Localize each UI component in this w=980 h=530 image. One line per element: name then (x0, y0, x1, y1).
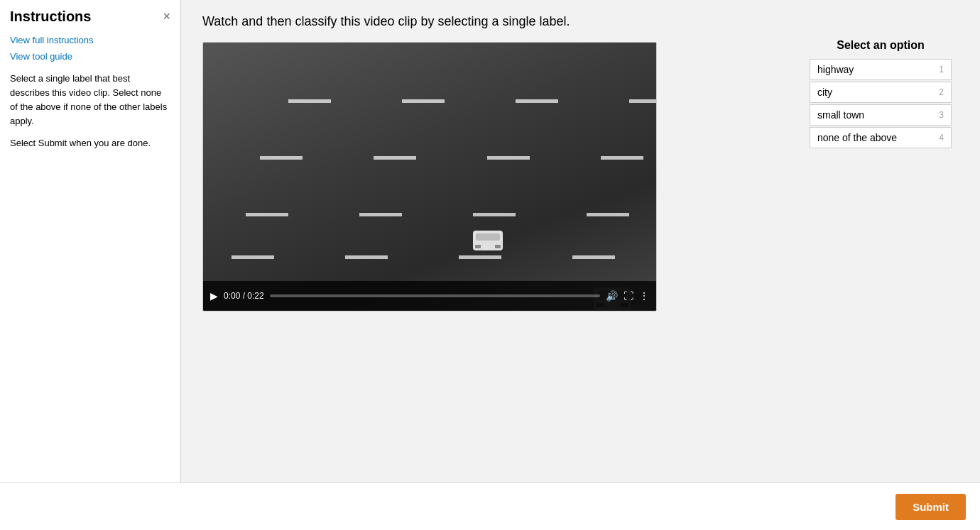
instruction-text-2: Select Submit when you are done. (10, 136, 170, 150)
close-icon[interactable]: × (163, 9, 170, 24)
road-marking (359, 213, 402, 216)
time-display: 0:00 / 0:22 (224, 291, 264, 301)
road-marking (374, 156, 416, 160)
option-item[interactable]: highway1 (810, 59, 952, 80)
option-label: small town (817, 109, 864, 121)
view-full-instructions-link[interactable]: View full instructions (10, 35, 170, 45)
option-item[interactable]: city2 (810, 82, 952, 103)
volume-icon[interactable]: 🔊 (606, 290, 618, 302)
video-placeholder (203, 43, 656, 311)
option-number: 4 (939, 133, 944, 143)
road-marking (260, 156, 303, 160)
road-marking (587, 213, 629, 216)
progress-bar[interactable] (270, 294, 600, 297)
road-marking (601, 156, 643, 160)
road-marking (629, 99, 657, 103)
option-label: highway (817, 64, 854, 75)
option-item[interactable]: small town3 (810, 104, 952, 126)
road-marking (473, 213, 516, 216)
options-title: Select an option (810, 39, 952, 52)
road-marking (232, 255, 274, 259)
fullscreen-icon[interactable]: ⛶ (624, 290, 633, 302)
sidebar-header: Instructions × (10, 9, 170, 25)
option-item[interactable]: none of the above4 (810, 127, 952, 148)
sidebar-instructions: Select a single label that best describe… (10, 72, 170, 150)
instruction-text-1: Select a single label that best describe… (10, 72, 170, 129)
option-number: 2 (939, 87, 944, 97)
more-icon[interactable]: ⋮ (639, 290, 649, 302)
play-icon[interactable]: ▶ (210, 290, 218, 302)
road-marking (288, 99, 331, 103)
road-marking (572, 255, 615, 259)
sidebar: Instructions × View full instructions Vi… (0, 0, 181, 482)
video-container[interactable]: ▶ 0:00 / 0:22 🔊 ⛶ ⋮ (202, 42, 657, 311)
road-marking (246, 213, 288, 216)
road-marking (459, 255, 501, 259)
option-label: none of the above (817, 132, 897, 143)
options-panel: Select an option highway1city2small town… (810, 39, 952, 150)
road-marking (516, 99, 558, 103)
view-tool-guide-link[interactable]: View tool guide (10, 51, 170, 62)
option-label: city (817, 87, 832, 98)
sidebar-title: Instructions (10, 9, 91, 25)
option-number: 1 (939, 65, 944, 74)
car-1 (473, 231, 503, 250)
option-number: 3 (939, 110, 944, 120)
road-marking (487, 156, 530, 160)
submit-button[interactable]: Submit (895, 494, 966, 520)
road-marking (345, 255, 388, 259)
footer: Submit (0, 482, 980, 530)
main-title: Watch and then classify this video clip … (202, 14, 959, 29)
options-list: highway1city2small town3none of the abov… (810, 59, 952, 148)
road-marking (402, 99, 445, 103)
video-controls: ▶ 0:00 / 0:22 🔊 ⛶ ⋮ (203, 281, 656, 311)
